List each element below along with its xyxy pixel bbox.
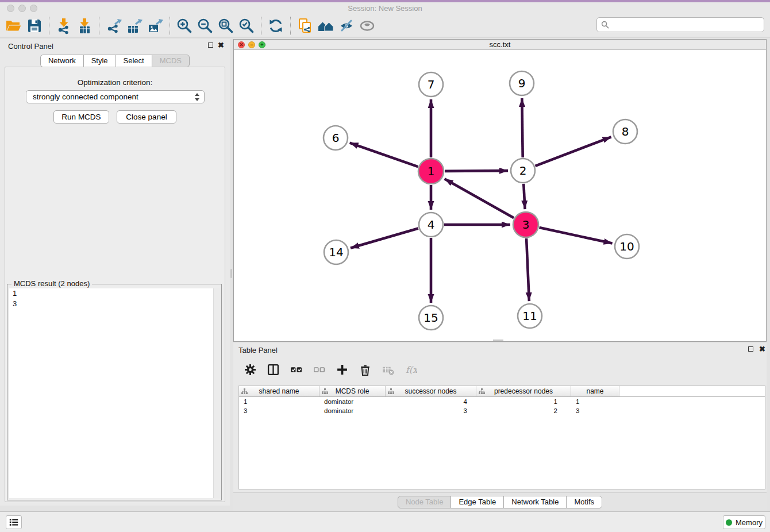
export-table-button[interactable] — [124, 16, 145, 36]
cell[interactable]: 1 — [239, 397, 319, 406]
cell[interactable]: 3 — [239, 406, 319, 415]
zoom-fit-button[interactable] — [215, 16, 236, 36]
graph-edge-1-6[interactable] — [350, 143, 418, 167]
close-panel-icon[interactable]: ✖ — [218, 41, 224, 50]
tab-node-table[interactable]: Node Table — [398, 496, 452, 508]
graph-edge-2-3[interactable] — [523, 184, 525, 209]
graph-node-14[interactable]: 14 — [324, 240, 348, 264]
window-title: Session: New Session — [0, 4, 770, 13]
dropdown-stepper-icon — [194, 92, 200, 103]
network-canvas[interactable]: 7968124314101511 — [234, 50, 766, 341]
toolbar-separator — [49, 17, 49, 35]
cell[interactable]: dominator — [319, 406, 386, 415]
delete-column-button[interactable] — [357, 362, 372, 377]
open-session-button[interactable] — [3, 16, 24, 36]
search-box — [596, 17, 764, 32]
tab-network[interactable]: Network — [40, 55, 84, 67]
import-table-button[interactable] — [74, 16, 95, 36]
tab-edge-table[interactable]: Edge Table — [451, 496, 504, 508]
zoom-selected-button[interactable] — [236, 16, 257, 36]
horizontal-splitter[interactable] — [493, 339, 503, 342]
graph-edge-2-9[interactable] — [522, 98, 522, 157]
save-session-button[interactable] — [24, 16, 45, 36]
column-header-predecessor-nodes[interactable]: predecessor nodes — [476, 386, 571, 396]
graph-node-4[interactable]: 4 — [419, 213, 443, 237]
column-header-MCDS-role[interactable]: MCDS role — [319, 386, 386, 396]
graph-node-9[interactable]: 9 — [510, 71, 534, 95]
task-list-icon — [9, 517, 19, 527]
toolbar-separator — [99, 17, 99, 35]
table-row-1[interactable]: 1dominator411 — [239, 397, 765, 406]
apply-layout-button[interactable] — [265, 16, 286, 36]
create-column-button[interactable] — [334, 362, 349, 377]
zoom-selected-icon — [238, 17, 255, 34]
mcds-result-group: MCDS result (2 nodes) 13 — [7, 284, 222, 500]
graph-edge-3-1[interactable] — [445, 179, 514, 218]
graph-node-2[interactable]: 2 — [511, 159, 535, 183]
cell[interactable]: 4 — [386, 397, 476, 406]
result-scrollbar[interactable] — [213, 288, 220, 498]
graph-node-1[interactable]: 1 — [418, 159, 444, 184]
graph-node-8[interactable]: 8 — [613, 119, 637, 144]
close-panel-button[interactable]: Close panel — [117, 110, 176, 124]
export-network-button[interactable] — [103, 16, 124, 36]
float-table-panel-icon[interactable] — [748, 346, 753, 352]
search-input[interactable] — [612, 19, 764, 30]
copy-style-button[interactable] — [295, 16, 315, 36]
hide-graphics-details-button[interactable] — [336, 16, 357, 36]
network-minimize-icon[interactable]: − — [248, 41, 255, 48]
network-window-controls: ✕ − + — [238, 41, 265, 48]
show-graphics-details-button[interactable] — [357, 16, 378, 36]
save-session-icon — [26, 17, 43, 34]
home-networks-button[interactable] — [315, 16, 336, 36]
graph-node-15[interactable]: 15 — [419, 306, 443, 330]
node-label: 14 — [329, 245, 343, 259]
table-mode-button[interactable] — [242, 362, 257, 377]
table-body: 1dominator4113dominator323 — [239, 397, 765, 415]
cell[interactable]: 1 — [571, 397, 619, 406]
network-close-icon[interactable]: ✕ — [238, 41, 245, 48]
cell[interactable]: 3 — [571, 406, 619, 415]
graph-node-3[interactable]: 3 — [513, 212, 538, 237]
task-history-button[interactable] — [6, 515, 22, 529]
cell[interactable]: 1 — [476, 397, 571, 406]
cell[interactable]: dominator — [319, 397, 386, 406]
export-image-button[interactable] — [145, 16, 165, 36]
column-header-name[interactable]: name — [571, 386, 619, 396]
close-table-panel-icon[interactable]: ✖ — [759, 345, 765, 354]
optimization-criterion-dropdown[interactable]: strongly connected component — [26, 90, 205, 103]
graph-edge-1-2[interactable] — [445, 171, 508, 171]
tab-select[interactable]: Select — [116, 55, 152, 67]
run-mcds-button[interactable]: Run MCDS — [53, 110, 109, 124]
tab-style[interactable]: Style — [83, 55, 116, 67]
column-header-shared-name[interactable]: shared name — [239, 386, 319, 396]
graph-node-6[interactable]: 6 — [324, 126, 348, 150]
graph-edge-2-8[interactable] — [535, 137, 611, 166]
deselect-all-button[interactable] — [311, 362, 326, 377]
table-row-3[interactable]: 3dominator323 — [239, 406, 765, 415]
graph-edge-4-14[interactable] — [351, 228, 418, 248]
float-panel-icon[interactable] — [208, 43, 213, 48]
select-all-button[interactable] — [288, 362, 303, 377]
graph-edge-3-11[interactable] — [526, 238, 529, 301]
graph-node-11[interactable]: 11 — [518, 304, 542, 328]
tab-mcds[interactable]: MCDS — [152, 55, 190, 67]
zoom-out-button[interactable] — [195, 16, 215, 36]
cell[interactable]: 3 — [386, 406, 476, 415]
column-selector-button[interactable] — [265, 362, 280, 377]
graph-node-10[interactable]: 10 — [615, 234, 639, 259]
zoom-in-icon — [176, 17, 193, 34]
mcds-result-list[interactable]: 13 — [9, 288, 220, 498]
import-network-button[interactable] — [53, 16, 74, 36]
cell[interactable]: 2 — [476, 406, 571, 415]
table-tabs-strip: Node TableEdge TableNetwork TableMotifs — [233, 492, 767, 511]
memory-button[interactable]: Memory — [723, 515, 765, 529]
zoom-in-button[interactable] — [174, 16, 195, 36]
column-header-successor-nodes[interactable]: successor nodes — [386, 386, 476, 396]
network-maximize-icon[interactable]: + — [259, 41, 265, 48]
tab-motifs[interactable]: Motifs — [566, 496, 602, 508]
graph-edge-3-10[interactable] — [539, 228, 612, 243]
graph-node-7[interactable]: 7 — [419, 72, 443, 97]
create-column-icon — [336, 364, 348, 376]
tab-network-table[interactable]: Network Table — [503, 496, 567, 508]
